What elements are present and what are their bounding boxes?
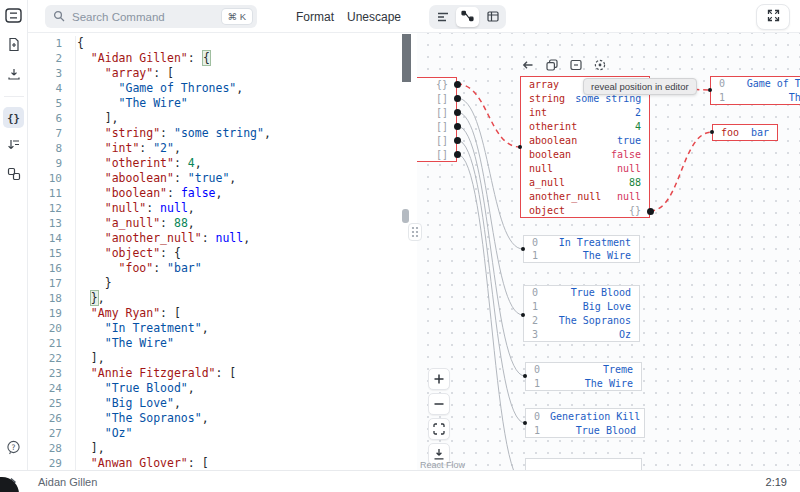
graph-node-alexander-skarsgard-array[interactable]: 0Generation Kill1True Blood (525, 408, 645, 438)
edge-handle[interactable] (523, 374, 527, 378)
code-line-20[interactable]: 20 "In Treatment", (28, 321, 417, 336)
json-code-editor[interactable]: 1{2 "Aidan Gillen": {3 "array": [4 "Game… (28, 33, 417, 470)
graph-node-root[interactable]: {}[][][]rd[][] (417, 77, 457, 162)
code-line-19[interactable]: 19 "Amy Ryan": [ (28, 306, 417, 321)
node-row[interactable]: another_nullnull (521, 189, 649, 203)
code-line-15[interactable]: 15 "object": { (28, 246, 417, 261)
node-row[interactable]: foobar (713, 125, 777, 140)
node-row[interactable]: 1Big Love (524, 300, 639, 314)
code-line-21[interactable]: 21 "The Wire" (28, 336, 417, 351)
unescape-button[interactable]: Unescape (347, 0, 401, 33)
code-line-1[interactable]: 1{ (28, 36, 417, 51)
code-line-10[interactable]: 10 "aboolean": "true", (28, 171, 417, 186)
edge-handle[interactable] (454, 151, 461, 158)
panel-resize-handle[interactable] (408, 223, 422, 241)
node-row[interactable]: otherint4 (521, 119, 649, 133)
format-button[interactable]: Format (296, 0, 334, 33)
search-command-input[interactable]: Search Command ⌘ K (45, 5, 257, 28)
editor-scrollbar[interactable] (402, 34, 411, 82)
graph-node-amy-ryan-array[interactable]: 0In Treatment1The Wire (523, 235, 640, 263)
graph-node-annie-fitzgerald-array[interactable]: 0True Blood1Big Love2The Sopranos3Oz (523, 285, 640, 342)
node-row[interactable]: object{} (521, 203, 649, 217)
focus-node-button[interactable] (593, 58, 606, 71)
code-line-25[interactable]: 25 "Big Love", (28, 396, 417, 411)
edge-handle[interactable] (523, 421, 527, 425)
tab-graph-view[interactable] (456, 7, 479, 27)
code-line-27[interactable]: 27 "Oz" (28, 426, 417, 441)
node-row[interactable]: 1True Blood (526, 423, 644, 437)
code-line-23[interactable]: 23 "Annie Fitzgerald": [ (28, 366, 417, 381)
code-line-18[interactable]: 18 }, (28, 291, 417, 306)
code-line-22[interactable]: 22 ], (28, 351, 417, 366)
code-line-29[interactable]: 29 "Anwan Glover": [ (28, 456, 417, 470)
node-row[interactable]: 1The Wire (526, 377, 641, 391)
code-line-3[interactable]: 3 "array": [ (28, 66, 417, 81)
node-row[interactable]: 0Generation Kill (526, 409, 644, 423)
edge-handle[interactable] (454, 123, 461, 130)
tab-table-view[interactable] (481, 7, 504, 27)
node-row[interactable]: nullnull (521, 161, 649, 175)
edge-handle[interactable] (710, 130, 714, 134)
code-line-28[interactable]: 28 ], (28, 441, 417, 456)
edge-handle[interactable] (647, 208, 654, 215)
download-file-button[interactable] (3, 65, 24, 86)
graph-node-aidan-gillen[interactable]: array[]stringsome stringint2otherint4abo… (520, 76, 650, 218)
sidebar-item-transform[interactable] (3, 136, 24, 157)
node-row[interactable]: 0Game of Thrones (711, 77, 800, 91)
code-line-17[interactable]: 17 } (28, 276, 417, 291)
graph-node-anwan-glover-array[interactable]: 0Treme1The Wire (525, 362, 642, 391)
fullscreen-button[interactable] (756, 4, 790, 30)
edge-handle[interactable] (454, 81, 461, 88)
sidebar-item-nodes[interactable] (3, 165, 24, 186)
code-line-9[interactable]: 9 "otherint": 4, (28, 156, 417, 171)
node-row[interactable]: rd[] (417, 133, 456, 147)
collapse-node-button[interactable] (569, 58, 582, 71)
code-line-26[interactable]: 26 "The Sopranos", (28, 411, 417, 426)
copy-node-button[interactable] (545, 58, 558, 71)
node-row[interactable]: 1The Wire (524, 249, 639, 262)
code-line-11[interactable]: 11 "boolean": false, (28, 186, 417, 201)
code-line-14[interactable]: 14 "another_null": null, (28, 231, 417, 246)
node-row[interactable]: 3Oz (524, 327, 639, 341)
node-row[interactable]: 0True Blood (524, 286, 639, 300)
node-row[interactable]: 1The Wire (711, 91, 800, 105)
graph-node-alice-farmer-array[interactable]: 0The Corner (525, 458, 642, 470)
node-row[interactable]: abooleantrue (521, 133, 649, 147)
node-row[interactable]: a_null88 (521, 175, 649, 189)
zoom-out-button[interactable] (428, 393, 450, 415)
graph-node-foo-bar[interactable]: foobar (712, 124, 778, 141)
node-row[interactable]: 0Treme (526, 363, 641, 377)
edge-handle[interactable] (454, 137, 461, 144)
code-line-5[interactable]: 5 "The Wire" (28, 96, 417, 111)
node-row[interactable]: [] (417, 147, 456, 161)
code-line-6[interactable]: 6 ], (28, 111, 417, 126)
new-file-button[interactable] (3, 36, 24, 57)
graph-canvas[interactable]: reveal position in editor React Flow {}[… (417, 33, 800, 470)
code-line-24[interactable]: 24 "True Blood", (28, 381, 417, 396)
edge-handle[interactable] (521, 247, 525, 251)
back-button[interactable] (521, 58, 534, 71)
edge-handle[interactable] (518, 145, 522, 149)
code-line-4[interactable]: 4 "Game of Thrones", (28, 81, 417, 96)
graph-node-game-of-thrones-array[interactable]: 0Game of Thrones1The Wire (710, 76, 800, 105)
node-row[interactable]: [] (417, 106, 456, 120)
help-button[interactable]: ? (3, 439, 24, 460)
zoom-in-button[interactable] (428, 368, 450, 390)
edge-handle[interactable] (454, 95, 461, 102)
code-line-13[interactable]: 13 "a_null": 88, (28, 216, 417, 231)
code-line-8[interactable]: 8 "int": "2", (28, 141, 417, 156)
code-line-2[interactable]: 2 "Aidan Gillen": { (28, 51, 417, 66)
edge-handle[interactable] (708, 88, 712, 92)
node-row[interactable]: [] (417, 92, 456, 106)
node-row[interactable]: int2 (521, 105, 649, 119)
node-row[interactable]: 0The Corner (526, 459, 641, 470)
code-line-12[interactable]: 12 "null": null, (28, 201, 417, 216)
node-row[interactable]: {} (417, 78, 456, 92)
code-line-16[interactable]: 16 "foo": "bar" (28, 261, 417, 276)
node-row[interactable]: [] (417, 119, 456, 133)
edge-handle[interactable] (454, 109, 461, 116)
node-row[interactable]: booleanfalse (521, 147, 649, 161)
fit-view-button[interactable] (428, 418, 450, 440)
sidebar-item-json-view[interactable]: {} (3, 107, 24, 128)
code-line-7[interactable]: 7 "string": "some string", (28, 126, 417, 141)
